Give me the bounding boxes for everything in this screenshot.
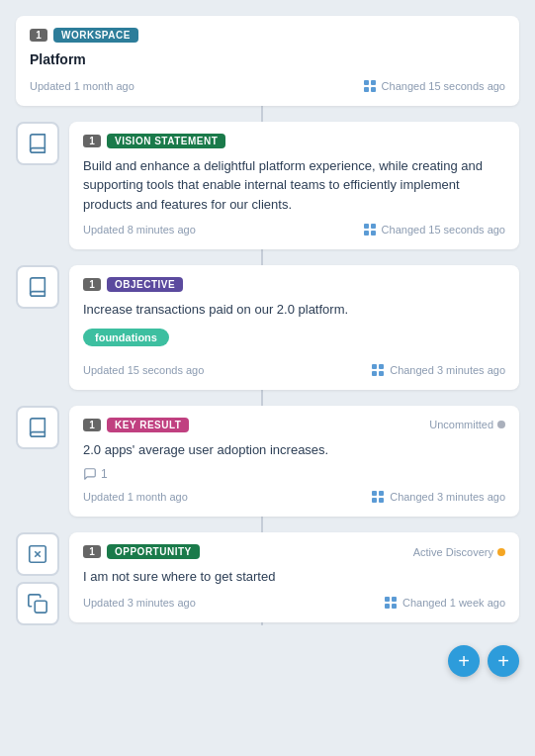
- svg-rect-5: [371, 224, 376, 229]
- objective-badge-number: 1: [83, 278, 101, 291]
- opportunity-card-header: 1 OPPORTUNITY Active Discovery: [83, 544, 505, 559]
- vision-card-icon: [16, 122, 59, 165]
- book-icon: [27, 133, 48, 154]
- workspace-card-wrapper: 1 WORKSPACE Platform Updated 1 month ago: [16, 16, 519, 106]
- objective-badge-label: OBJECTIVE: [107, 277, 183, 292]
- svg-rect-11: [379, 371, 384, 376]
- objective-changed-text: Changed 3 minutes ago: [390, 364, 505, 376]
- book-icon-3: [27, 417, 48, 438]
- opportunity-changed: Changed 1 week ago: [383, 595, 505, 611]
- vision-body: Build and enhance a delightful platform …: [83, 156, 505, 215]
- opportunity-status-dot: [497, 548, 505, 556]
- objective-changed-icon: [370, 362, 386, 378]
- vision-card[interactable]: 1 VISION STATEMENT Build and enhance a d…: [69, 122, 519, 250]
- opportunity-badge-label: OPPORTUNITY: [107, 544, 200, 559]
- workspace-changed-icon: [362, 78, 378, 94]
- workspace-changed: Changed 15 seconds ago: [362, 78, 505, 94]
- workspace-card-header: 1 WORKSPACE: [30, 28, 505, 43]
- keyresult-status-dot: [497, 421, 505, 428]
- vision-footer: Updated 8 minutes ago Changed 15 seconds…: [83, 222, 505, 237]
- svg-rect-12: [372, 491, 377, 496]
- keyresult-card-header: 1 KEY RESULT Uncommitted: [83, 418, 505, 432]
- keyresult-changed-text: Changed 3 minutes ago: [390, 491, 505, 503]
- opportunity-badge-number: 1: [83, 545, 101, 558]
- svg-rect-19: [35, 601, 46, 613]
- keyresult-changed: Changed 3 minutes ago: [370, 489, 505, 505]
- objective-tag: foundations: [83, 329, 169, 346]
- opportunity-changed-text: Changed 1 week ago: [402, 597, 505, 609]
- svg-rect-0: [364, 80, 369, 85]
- workspace-footer: Updated 1 month ago Changed 15 seconds a…: [30, 78, 505, 94]
- svg-rect-13: [379, 491, 384, 496]
- objective-footer: Updated 15 seconds ago Changed 3 minutes…: [83, 362, 505, 378]
- comment-icon: [83, 467, 97, 481]
- keyresult-body: 2.0 apps' average user adoption increase…: [83, 440, 505, 460]
- timeline-container: 1 WORKSPACE Platform Updated 1 month ago: [0, 16, 535, 625]
- svg-rect-7: [371, 231, 376, 236]
- workspace-title: Platform: [30, 50, 505, 70]
- opportunity-card-wrapper: 1 OPPORTUNITY Active Discovery I am not …: [16, 532, 519, 625]
- svg-rect-9: [379, 364, 384, 369]
- svg-rect-8: [372, 364, 377, 369]
- opportunity-card-icon-2: [16, 582, 59, 625]
- opportunity-icons-column: [16, 532, 59, 625]
- keyresult-badge-label: KEY RESULT: [107, 418, 189, 432]
- keyresult-updated: Updated 1 month ago: [83, 491, 188, 503]
- svg-rect-14: [372, 498, 377, 503]
- objective-changed: Changed 3 minutes ago: [370, 362, 505, 378]
- vision-card-wrapper: 1 VISION STATEMENT Build and enhance a d…: [16, 122, 519, 250]
- svg-rect-6: [364, 231, 369, 236]
- copy-icon: [27, 593, 48, 614]
- svg-rect-4: [364, 224, 369, 229]
- svg-rect-1: [371, 80, 376, 85]
- opportunity-card[interactable]: 1 OPPORTUNITY Active Discovery I am not …: [69, 532, 519, 622]
- vision-changed-text: Changed 15 seconds ago: [382, 224, 505, 236]
- keyresult-changed-icon: [370, 489, 386, 505]
- opportunity-status-text: Active Discovery: [413, 546, 493, 558]
- workspace-changed-text: Changed 15 seconds ago: [382, 80, 505, 92]
- opportunity-card-icon-1: [16, 532, 59, 576]
- opportunity-footer: Updated 3 minutes ago Changed 1 week ago: [83, 595, 505, 611]
- svg-rect-3: [371, 87, 376, 92]
- svg-rect-10: [372, 371, 377, 376]
- plus-button-2[interactable]: +: [488, 645, 519, 677]
- keyresult-footer: Updated 1 month ago Changed 3 minutes ag…: [83, 489, 505, 505]
- vision-changed: Changed 15 seconds ago: [362, 222, 505, 237]
- keyresult-card-icon: [16, 406, 59, 449]
- vision-updated: Updated 8 minutes ago: [83, 224, 196, 236]
- keyresult-status-badge: Uncommitted: [429, 419, 505, 430]
- vision-badge-number: 1: [83, 135, 101, 147]
- target-icon: [27, 543, 48, 565]
- keyresult-status-text: Uncommitted: [429, 419, 493, 430]
- opportunity-body: I am not sure where to get started: [83, 567, 505, 587]
- workspace-badge-label: WORKSPACE: [53, 28, 138, 43]
- objective-card[interactable]: 1 OBJECTIVE Increase transactions paid o…: [69, 265, 519, 390]
- keyresult-comment-count: 1: [101, 467, 108, 481]
- keyresult-comment: 1: [83, 467, 505, 481]
- opportunity-updated: Updated 3 minutes ago: [83, 597, 196, 609]
- svg-rect-20: [385, 597, 390, 602]
- workspace-badge-number: 1: [30, 29, 47, 42]
- objective-updated: Updated 15 seconds ago: [83, 364, 204, 376]
- workspace-card[interactable]: 1 WORKSPACE Platform Updated 1 month ago: [16, 16, 519, 106]
- vision-badge-label: VISION STATEMENT: [107, 134, 225, 148]
- plus-button-1[interactable]: +: [448, 645, 480, 677]
- svg-rect-15: [379, 498, 384, 503]
- plus-buttons-area: + +: [0, 641, 535, 681]
- keyresult-badge-number: 1: [83, 419, 101, 431]
- keyresult-card[interactable]: 1 KEY RESULT Uncommitted 2.0 apps' avera…: [69, 406, 519, 518]
- objective-card-wrapper: 1 OBJECTIVE Increase transactions paid o…: [16, 265, 519, 390]
- opportunity-status-badge: Active Discovery: [413, 546, 505, 558]
- objective-body: Increase transactions paid on our 2.0 pl…: [83, 300, 505, 320]
- objective-card-header: 1 OBJECTIVE: [83, 277, 505, 292]
- keyresult-status-area: Uncommitted: [429, 419, 505, 430]
- workspace-updated: Updated 1 month ago: [30, 80, 134, 92]
- opportunity-changed-icon: [383, 595, 399, 611]
- svg-rect-2: [364, 87, 369, 92]
- book-icon-2: [27, 276, 48, 298]
- svg-rect-21: [392, 597, 397, 602]
- vision-changed-icon: [362, 222, 378, 237]
- svg-rect-23: [392, 604, 397, 609]
- opportunity-status-area: Active Discovery: [413, 546, 505, 558]
- keyresult-card-wrapper: 1 KEY RESULT Uncommitted 2.0 apps' avera…: [16, 406, 519, 518]
